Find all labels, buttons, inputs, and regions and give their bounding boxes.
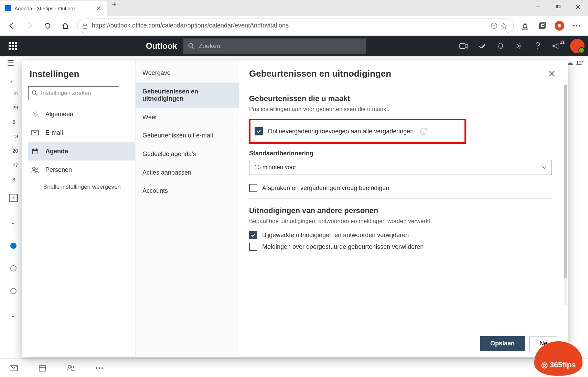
mail-module-icon[interactable] <box>10 365 18 371</box>
online-meeting-checkbox[interactable] <box>255 127 263 135</box>
subnav-events[interactable]: Gebeurtenissen en uitnodigingen <box>136 82 239 108</box>
subnav-accounts[interactable]: Accounts <box>136 182 239 200</box>
todo-icon[interactable] <box>477 42 487 50</box>
close-window-button[interactable] <box>568 0 588 14</box>
online-meeting-label: Onlinevergadering toevoegen aan alle ver… <box>268 128 414 135</box>
settings-search[interactable]: Instellingen zoeken <box>28 86 119 100</box>
chevron-down-icon[interactable]: ⌄ <box>10 311 17 319</box>
end-early-checkbox[interactable] <box>249 184 257 192</box>
week-num: 3 <box>12 177 18 191</box>
browser-tab[interactable]: Agenda - 365tips - Outlook <box>0 1 107 16</box>
end-early-row: Afspraken en vergaderingen vroeg beëindi… <box>249 184 557 192</box>
weather-temp: 12° <box>576 60 584 66</box>
brand-label: Outlook <box>146 41 177 51</box>
default-reminder-dropdown[interactable]: 15 minuten voor <box>249 160 552 175</box>
maximize-button[interactable] <box>548 0 568 14</box>
subnav-weather[interactable]: Weer <box>136 108 239 127</box>
category-label: Personen <box>45 166 72 174</box>
svg-point-12 <box>189 44 192 47</box>
subnav-events-email[interactable]: Gebeurtenissen uit e-mail <box>136 126 239 145</box>
svg-line-29 <box>35 94 37 96</box>
add-calendar-icon[interactable]: + <box>9 194 18 202</box>
notifications-icon[interactable] <box>496 42 505 50</box>
category-calendar[interactable]: Agenda <box>28 142 135 160</box>
svg-point-15 <box>518 45 520 47</box>
svg-rect-32 <box>32 149 38 154</box>
more-modules-icon[interactable] <box>96 367 103 369</box>
svg-point-37 <box>36 168 38 170</box>
svg-point-27 <box>101 367 103 369</box>
scrollbar-thumb[interactable] <box>564 85 567 278</box>
svg-rect-7 <box>539 24 544 29</box>
forward-button[interactable] <box>21 17 39 35</box>
address-bar[interactable]: https://outlook.office.com/calendar/opti… <box>77 19 514 33</box>
month-letter: m <box>14 91 18 96</box>
refresh-button[interactable] <box>39 17 56 35</box>
o365-search[interactable]: Zoeken <box>183 38 366 54</box>
browser-menu-button[interactable] <box>568 17 585 34</box>
end-early-label: Afspraken en vergaderingen vroeg beëindi… <box>262 185 389 192</box>
close-dialog-button[interactable] <box>546 68 557 79</box>
settings-gear-icon[interactable] <box>514 42 524 50</box>
announce-icon[interactable]: 11 <box>552 43 561 49</box>
subnav-actions[interactable]: Acties aanpassen <box>136 164 239 182</box>
category-email[interactable]: E-mail <box>28 123 135 142</box>
week-num: 27 <box>12 162 18 177</box>
panel-body: Gebeurtenissen die u maakt Pas instellin… <box>239 85 568 330</box>
browser-titlebar: Agenda - 365tips - Outlook + <box>0 0 588 16</box>
favorites-button[interactable] <box>516 17 534 34</box>
svg-point-24 <box>72 366 74 368</box>
people-module-icon[interactable] <box>67 365 75 372</box>
lock-icon <box>82 23 88 29</box>
quick-settings-link[interactable]: Snelle instellingen weergeven <box>28 179 135 191</box>
save-button[interactable]: Opslaan <box>480 336 525 351</box>
section-invitations: Uitnodigingen van andere personen Bepaal… <box>249 206 557 251</box>
help-icon[interactable] <box>533 42 543 50</box>
profile-icon <box>555 21 564 31</box>
category-label: E-mail <box>45 129 63 136</box>
profile-button[interactable] <box>551 17 568 34</box>
chevron-down-icon[interactable]: ⌄ <box>10 218 17 226</box>
info-icon[interactable]: i <box>420 128 427 135</box>
online-meeting-row: Onlinevergadering toevoegen aan alle ver… <box>255 127 460 135</box>
gear-icon <box>31 111 39 118</box>
subnav-view[interactable]: Weergave <box>136 64 239 82</box>
user-avatar[interactable] <box>570 39 585 53</box>
calendar-module-icon[interactable] <box>39 364 46 372</box>
delete-updates-checkbox[interactable] <box>249 231 257 239</box>
module-switcher <box>0 358 588 377</box>
new-tab-button[interactable]: + <box>107 0 122 9</box>
dropdown-value: 15 minuten voor <box>254 164 296 171</box>
scrollbar[interactable] <box>564 85 567 305</box>
category-general[interactable]: Algemeen <box>28 105 135 123</box>
home-button[interactable] <box>56 17 74 35</box>
add-page-icon[interactable] <box>489 22 499 29</box>
meet-now-icon[interactable] <box>459 43 468 49</box>
app-launcher-button[interactable] <box>0 42 25 50</box>
tab-close-icon[interactable] <box>96 5 102 11</box>
calendar-toggle[interactable] <box>10 243 17 249</box>
back-button[interactable] <box>3 17 21 35</box>
week-num: 6 <box>12 119 18 133</box>
panel-header: Gebeurtenissen en uitnodigingen <box>239 60 568 85</box>
calendar-icon <box>31 148 39 155</box>
minimize-button[interactable] <box>528 0 548 14</box>
calendar-toggle[interactable] <box>10 288 17 294</box>
settings-subnav: Weergave Gebeurtenissen en uitnodigingen… <box>136 60 239 357</box>
svg-point-26 <box>99 367 100 369</box>
search-placeholder: Zoeken <box>199 42 220 50</box>
svg-line-13 <box>192 47 194 48</box>
delete-forward-checkbox[interactable] <box>249 243 257 251</box>
subnav-shared[interactable]: Gedeelde agenda's <box>136 145 239 164</box>
category-people[interactable]: Personen <box>28 160 135 179</box>
collections-button[interactable] <box>534 17 551 34</box>
hamburger-icon[interactable]: ☰ <box>7 58 14 68</box>
calendar-toggle[interactable] <box>10 265 17 271</box>
reminder-label: Standaardherinnering <box>249 150 557 157</box>
delete-updates-label: Bijgewerkte uitnodigingen en antwoorden … <box>262 232 409 239</box>
calendar-toggles: ⌄ ⌄ <box>10 218 17 319</box>
weather-widget[interactable]: ☁ 12° <box>566 58 584 67</box>
svg-point-30 <box>34 113 36 115</box>
chevron-down-icon[interactable]: ⌄ <box>0 74 21 88</box>
favorite-star-icon[interactable] <box>499 22 509 29</box>
